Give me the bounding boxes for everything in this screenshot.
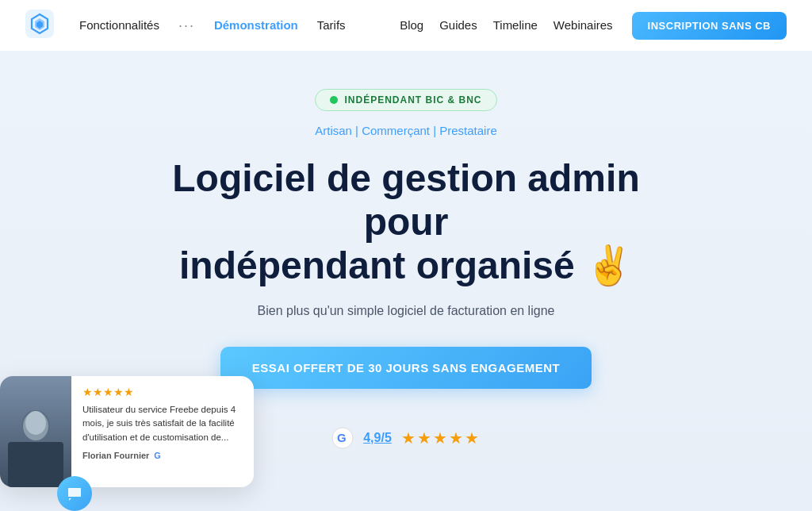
testimonial-author: Florian Fournier G bbox=[82, 451, 243, 460]
chat-bubble-button[interactable] bbox=[57, 476, 92, 511]
hero-section: INDÉPENDANT BIC & BNC Artisan | Commerça… bbox=[0, 51, 812, 511]
logo[interactable] bbox=[25, 10, 54, 41]
testimonial-google-icon: G bbox=[154, 451, 161, 460]
rating-stars: ★★★★★ bbox=[401, 428, 481, 448]
nav-item-tarifs[interactable]: Tarifs bbox=[317, 18, 346, 33]
nav-item-more[interactable]: ··· bbox=[178, 17, 195, 34]
chat-icon bbox=[66, 485, 83, 502]
navbar-left: Fonctionnalités ··· Démonstration Tarifs bbox=[25, 10, 346, 41]
hero-subtitle: Artisan | Commerçant | Prestataire bbox=[315, 124, 497, 137]
navbar-right: Blog Guides Timeline Webinaires INSCRIPT… bbox=[400, 12, 787, 40]
hero-description: Bien plus qu'un simple logiciel de factu… bbox=[258, 304, 555, 318]
person-silhouette-icon bbox=[8, 404, 63, 487]
google-icon: G bbox=[331, 427, 354, 449]
hero-heading-line1: Logiciel de gestion admin pour bbox=[172, 157, 639, 243]
nav-left-links: Fonctionnalités ··· Démonstration Tarifs bbox=[79, 17, 346, 34]
cta-button[interactable]: ESSAI OFFERT DE 30 JOURS SANS ENGAGEMENT bbox=[220, 347, 592, 389]
svg-text:G: G bbox=[337, 431, 347, 444]
testimonial-text: Utilisateur du service Freebe depuis 4 m… bbox=[82, 403, 243, 444]
testimonial-photo bbox=[0, 376, 71, 487]
svg-point-9 bbox=[25, 411, 46, 435]
hero-heading-line2: indépendant organisé ✌ bbox=[179, 244, 633, 286]
badge-label: INDÉPENDANT BIC & BNC bbox=[344, 94, 481, 106]
nav-item-blog[interactable]: Blog bbox=[400, 18, 423, 33]
nav-item-fonctionnalites[interactable]: Fonctionnalités bbox=[79, 18, 159, 33]
svg-rect-7 bbox=[8, 442, 63, 487]
testimonial-content: ★★★★★ Utilisateur du service Freebe depu… bbox=[71, 376, 254, 487]
badge-dot-icon bbox=[330, 96, 338, 104]
nav-right-links: Blog Guides Timeline Webinaires bbox=[400, 18, 612, 33]
nav-item-guides[interactable]: Guides bbox=[439, 18, 477, 33]
testimonial-card: ★★★★★ Utilisateur du service Freebe depu… bbox=[0, 376, 254, 487]
nav-item-demonstration[interactable]: Démonstration bbox=[214, 18, 298, 33]
testimonial-stars: ★★★★★ bbox=[82, 386, 243, 398]
nav-item-timeline[interactable]: Timeline bbox=[493, 18, 538, 33]
nav-item-webinaires[interactable]: Webinaires bbox=[553, 18, 613, 33]
navbar: Fonctionnalités ··· Démonstration Tarifs… bbox=[0, 0, 812, 51]
inscription-button[interactable]: INSCRIPTION SANS CB bbox=[632, 12, 787, 40]
badge: INDÉPENDANT BIC & BNC bbox=[315, 89, 496, 111]
hero-heading: Logiciel de gestion admin pour indépenda… bbox=[128, 156, 684, 288]
rating-row: G 4,9/5 ★★★★★ bbox=[331, 427, 481, 449]
rating-value[interactable]: 4,9/5 bbox=[363, 431, 392, 445]
